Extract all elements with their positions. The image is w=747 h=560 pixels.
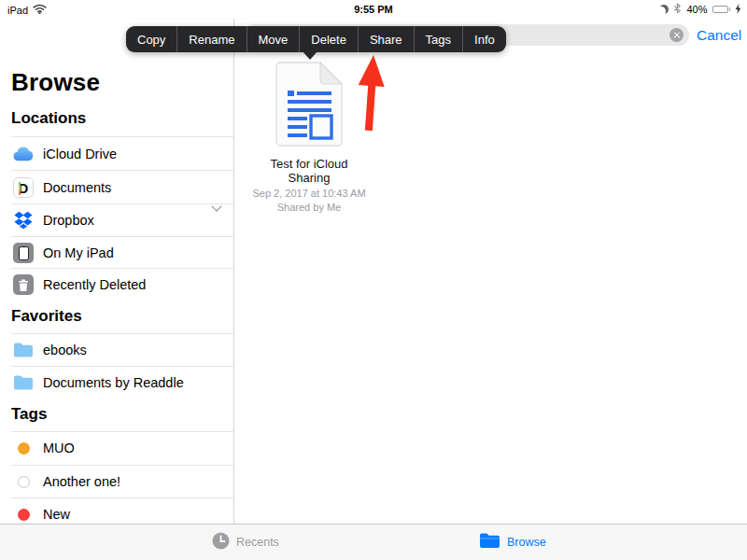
sidebar-item-label: iCloud Drive (43, 147, 117, 161)
sidebar: Browse Locations iCloud Drive D D (0, 19, 233, 524)
file-name-label: Test for iCloud Sharing (253, 157, 365, 185)
tag-color-dot (13, 504, 34, 524)
tab-recents[interactable]: Recents (212, 525, 279, 560)
clear-search-icon[interactable] (669, 28, 684, 42)
sidebar-item-tag-muo[interactable]: MUO (0, 431, 233, 465)
edit-context-menu: Copy Rename Move Delete Share Tags Info (126, 26, 506, 52)
sidebar-item-tag-new[interactable]: New (0, 497, 233, 524)
menu-caret (303, 51, 317, 60)
rename-button[interactable]: Rename (176, 26, 246, 52)
sidebar-item-label: New (43, 507, 70, 522)
do-not-disturb-moon-icon (659, 5, 669, 14)
sidebar-item-label: Dropbox (43, 213, 94, 228)
icloud-drive-icon (13, 144, 34, 164)
battery-icon (712, 6, 731, 14)
sidebar-item-icloud-drive[interactable]: iCloud Drive (0, 137, 233, 171)
cancel-button[interactable]: Cancel (697, 27, 741, 44)
ipad-icon (13, 243, 34, 263)
trash-icon (13, 274, 34, 295)
bottom-tab-bar: Recents Browse (0, 524, 747, 560)
browse-folder-icon (479, 532, 500, 553)
sidebar-item-tag-another-one[interactable]: Another one! (0, 465, 233, 498)
recents-clock-icon (212, 532, 230, 553)
tab-label: Browse (507, 536, 546, 549)
sidebar-item-label: MUO (43, 441, 75, 455)
battery-percent-label: 40% (686, 4, 707, 15)
status-bar: iPad 9:55 PM 40% (0, 0, 747, 19)
bluetooth-icon (673, 3, 682, 16)
sidebar-item-recently-deleted[interactable]: Recently Deleted (0, 268, 233, 301)
sidebar-title: Browse (11, 68, 100, 97)
move-button[interactable]: Move (247, 26, 300, 52)
section-header-tags[interactable]: Tags (11, 405, 233, 424)
sidebar-item-documents[interactable]: D Documents (0, 171, 233, 204)
documents-app-icon: D (13, 177, 34, 198)
sidebar-item-ebooks[interactable]: ebooks (0, 333, 233, 367)
sidebar-item-label: ebooks (43, 343, 87, 357)
tab-browse[interactable]: Browse (479, 525, 546, 560)
dropbox-icon (13, 210, 34, 231)
sidebar-item-label: Another one! (43, 474, 120, 489)
file-date-label: Sep 2, 2017 at 10:43 AM (234, 188, 384, 199)
sidebar-divider (233, 19, 234, 524)
tab-label: Recents (236, 536, 279, 549)
info-button[interactable]: Info (462, 26, 506, 52)
tags-button[interactable]: Tags (414, 26, 462, 52)
delete-button[interactable]: Delete (299, 26, 358, 52)
folder-icon (13, 372, 34, 393)
sidebar-item-on-my-ipad[interactable]: On My iPad (0, 236, 233, 270)
sidebar-item-documents-by-readdle[interactable]: Documents by Readdle (0, 366, 233, 399)
folder-icon (13, 340, 34, 360)
document-file-icon (275, 134, 344, 150)
file-item[interactable]: Test for iCloud Sharing Sep 2, 2017 at 1… (253, 62, 365, 213)
sidebar-item-label: On My iPad (43, 245, 114, 260)
section-header-locations[interactable]: Locations (11, 109, 233, 128)
section-header-favorites[interactable]: Favorites (11, 307, 233, 326)
clock-time: 9:55 PM (0, 4, 747, 15)
sidebar-item-label: Documents (43, 180, 111, 195)
file-shared-by-label: Shared by Me (234, 202, 384, 213)
files-app-screen: iPad 9:55 PM 40% (0, 0, 747, 560)
tag-color-dot (13, 471, 34, 492)
copy-button[interactable]: Copy (126, 26, 176, 52)
tag-color-dot (13, 438, 34, 458)
red-arrow-annotation (355, 54, 392, 140)
share-button[interactable]: Share (358, 26, 414, 52)
charging-bolt-icon (735, 4, 741, 16)
sidebar-item-dropbox[interactable]: Dropbox (0, 203, 233, 237)
sidebar-item-label: Documents by Readdle (43, 375, 184, 390)
sidebar-item-label: Recently Deleted (43, 277, 146, 292)
